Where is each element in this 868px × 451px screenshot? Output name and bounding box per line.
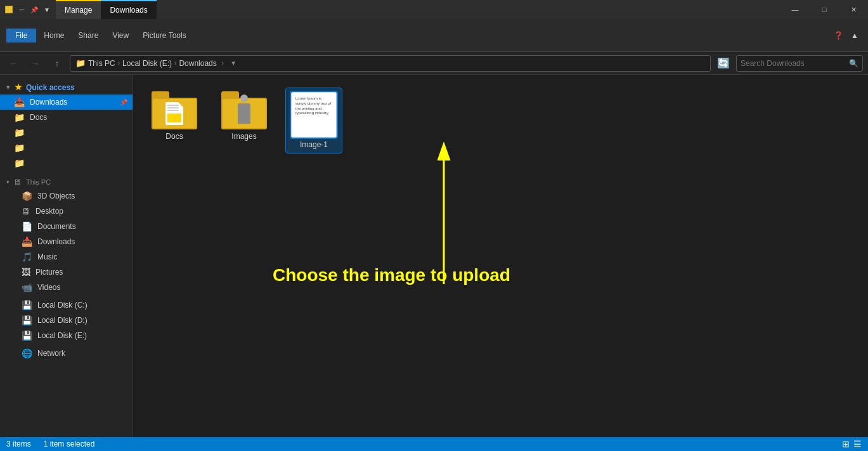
sidebar-this-pc-header[interactable]: ▾ 🖥 This PC bbox=[0, 173, 133, 188]
drive-c-icon: 💾 bbox=[22, 300, 32, 310]
person-head bbox=[240, 95, 248, 102]
app-icon bbox=[4, 4, 14, 15]
sidebar-item-videos-label: Videos bbox=[37, 283, 125, 292]
share-menu-button[interactable]: Share bbox=[72, 29, 105, 42]
tab-downloads-title[interactable]: Downloads bbox=[101, 0, 156, 19]
this-pc-chevron: ▾ bbox=[6, 179, 10, 185]
file-item-docs[interactable]: Docs bbox=[146, 88, 203, 145]
sidebar-item-docs-quick-label: Docs bbox=[30, 113, 125, 122]
minimize-button[interactable]: — bbox=[781, 0, 810, 19]
sidebar-item-drive-c[interactable]: 💾 Local Disk (C:) bbox=[0, 297, 133, 313]
sidebar-item-music-label: Music bbox=[37, 252, 125, 261]
sidebar: ▾ ★ Quick access 📥 Downloads 📌 📁 Docs 📁 … bbox=[0, 75, 133, 437]
sidebar-item-drive-d[interactable]: 💾 Local Disk (D:) bbox=[0, 313, 133, 328]
sidebar-section-quick-access: ▾ ★ Quick access 📥 Downloads 📌 📁 Docs 📁 … bbox=[0, 80, 133, 171]
images-folder-icon bbox=[221, 91, 267, 129]
breadcrumb-this-pc[interactable]: This PC › bbox=[88, 59, 120, 68]
home-menu-button[interactable]: Home bbox=[37, 29, 70, 42]
quick-4-icon: 📁 bbox=[14, 143, 25, 153]
drive-e-icon: 💾 bbox=[22, 330, 32, 341]
up-button[interactable]: ↑ bbox=[48, 55, 66, 72]
documents-icon: 📄 bbox=[22, 221, 32, 232]
file-item-image-1[interactable]: Lorem Ipsum is simply dummy text of the … bbox=[285, 88, 342, 154]
file-menu-button[interactable]: File bbox=[6, 29, 36, 42]
person-body bbox=[238, 103, 250, 124]
docs-label: Docs bbox=[165, 132, 183, 141]
list-view-icon[interactable]: ☰ bbox=[853, 439, 862, 449]
status-bar: 3 items 1 item selected ⊞ ☰ bbox=[0, 437, 868, 451]
sidebar-item-downloads-quick-label: Downloads bbox=[30, 98, 125, 107]
sidebar-item-downloads-pc[interactable]: 📥 Downloads bbox=[0, 234, 133, 249]
svg-rect-1 bbox=[6, 6, 12, 13]
sidebar-item-quick-4[interactable]: 📁 bbox=[0, 140, 133, 155]
grid-view-icon[interactable]: ⊞ bbox=[842, 439, 850, 449]
address-bar: ← → ↑ 📁 This PC › Local Disk (E:) › Down… bbox=[0, 52, 868, 75]
sidebar-item-pictures-label: Pictures bbox=[36, 268, 125, 277]
picture-tools-menu-button[interactable]: Picture Tools bbox=[136, 29, 192, 42]
docs-document-icon bbox=[165, 102, 183, 125]
sidebar-item-network[interactable]: 🌐 Network bbox=[0, 346, 133, 361]
content-area: Docs Images bbox=[133, 75, 868, 437]
videos-icon: 📹 bbox=[22, 282, 32, 292]
ribbon-collapse-button[interactable]: ▲ bbox=[848, 29, 862, 42]
sidebar-item-3d-objects[interactable]: 📦 3D Objects bbox=[0, 188, 133, 204]
sidebar-item-drive-d-label: Local Disk (D:) bbox=[37, 316, 125, 325]
pin-icon[interactable]: 📌 bbox=[29, 4, 39, 15]
pictures-icon: 🖼 bbox=[22, 267, 30, 277]
view-menu-button[interactable]: View bbox=[106, 29, 135, 42]
forward-button[interactable]: → bbox=[27, 55, 44, 72]
sidebar-item-3d-label: 3D Objects bbox=[37, 192, 125, 200]
ribbon-help-button[interactable]: ❓ bbox=[831, 29, 845, 42]
maximize-button[interactable]: □ bbox=[810, 0, 839, 19]
quick-5-icon: 📁 bbox=[14, 158, 25, 168]
close-button[interactable]: ✕ bbox=[839, 0, 868, 19]
sidebar-item-music[interactable]: 🎵 Music bbox=[0, 249, 133, 265]
file-item-images[interactable]: Images bbox=[216, 88, 273, 145]
desktop-icon: 🖥 bbox=[22, 206, 30, 216]
sidebar-item-quick-5[interactable]: 📁 bbox=[0, 155, 133, 171]
sidebar-item-desktop[interactable]: 🖥 Desktop bbox=[0, 204, 133, 219]
images-label: Images bbox=[231, 132, 256, 141]
sidebar-section-this-pc: ▾ 🖥 This PC 📦 3D Objects 🖥 Desktop 📄 Doc… bbox=[0, 173, 133, 295]
search-input[interactable] bbox=[741, 59, 846, 68]
search-icon[interactable]: 🔍 bbox=[849, 59, 858, 68]
tab-manage[interactable]: Manage bbox=[56, 0, 101, 19]
downloads-quick-icon: 📥 bbox=[14, 97, 25, 107]
this-pc-label: This PC bbox=[26, 178, 51, 186]
minimize-quick-icon[interactable]: ─ bbox=[16, 4, 27, 15]
sidebar-item-videos[interactable]: 📹 Videos bbox=[0, 280, 133, 295]
sidebar-item-documents-label: Documents bbox=[37, 222, 125, 231]
dropdown-icon[interactable]: ▼ bbox=[42, 4, 52, 15]
breadcrumb-downloads[interactable]: Downloads › bbox=[179, 59, 224, 68]
sidebar-item-downloads-quick[interactable]: 📥 Downloads 📌 bbox=[0, 95, 133, 110]
this-pc-icon: 🖥 bbox=[13, 177, 22, 187]
sidebar-section-network: 🌐 Network bbox=[0, 346, 133, 361]
network-icon: 🌐 bbox=[22, 348, 32, 358]
breadcrumb-local-disk[interactable]: Local Disk (E:) › bbox=[122, 59, 176, 68]
image-1-label: Image-1 bbox=[300, 140, 328, 149]
breadcrumb[interactable]: 📁 This PC › Local Disk (E:) › Downloads … bbox=[70, 55, 711, 72]
sidebar-item-drive-e[interactable]: 💾 Local Disk (E:) bbox=[0, 328, 133, 343]
ribbon: File Home Share View Picture Tools ❓ ▲ bbox=[0, 19, 868, 52]
docs-folder-icon bbox=[152, 91, 197, 129]
refresh-button[interactable]: 🔄 bbox=[715, 55, 732, 72]
3d-objects-icon: 📦 bbox=[22, 191, 32, 201]
sidebar-item-desktop-label: Desktop bbox=[36, 207, 125, 216]
sidebar-header-quick-access[interactable]: ▾ ★ Quick access bbox=[0, 80, 133, 95]
sidebar-item-quick-3[interactable]: 📁 bbox=[0, 125, 133, 140]
sidebar-item-downloads-pc-label: Downloads bbox=[37, 237, 125, 246]
sidebar-item-pictures[interactable]: 🖼 Pictures bbox=[0, 265, 133, 280]
search-box: 🔍 bbox=[736, 55, 863, 72]
address-dropdown[interactable]: ▼ bbox=[226, 55, 240, 72]
title-bar: ─ 📌 ▼ Manage Downloads — □ ✕ bbox=[0, 0, 868, 19]
main-layout: ▾ ★ Quick access 📥 Downloads 📌 📁 Docs 📁 … bbox=[0, 75, 868, 437]
back-button[interactable]: ← bbox=[5, 55, 23, 72]
sidebar-item-drive-e-label: Local Disk (E:) bbox=[37, 331, 125, 340]
status-selected: 1 item selected bbox=[44, 440, 95, 448]
images-folder-inner bbox=[223, 99, 266, 128]
sidebar-item-docs-quick[interactable]: 📁 Docs bbox=[0, 110, 133, 125]
pin-icon: 📌 bbox=[120, 99, 127, 106]
sidebar-item-documents[interactable]: 📄 Documents bbox=[0, 219, 133, 234]
music-icon: 🎵 bbox=[22, 252, 32, 262]
sidebar-section-drives: 💾 Local Disk (C:) 💾 Local Disk (D:) 💾 Lo… bbox=[0, 297, 133, 343]
